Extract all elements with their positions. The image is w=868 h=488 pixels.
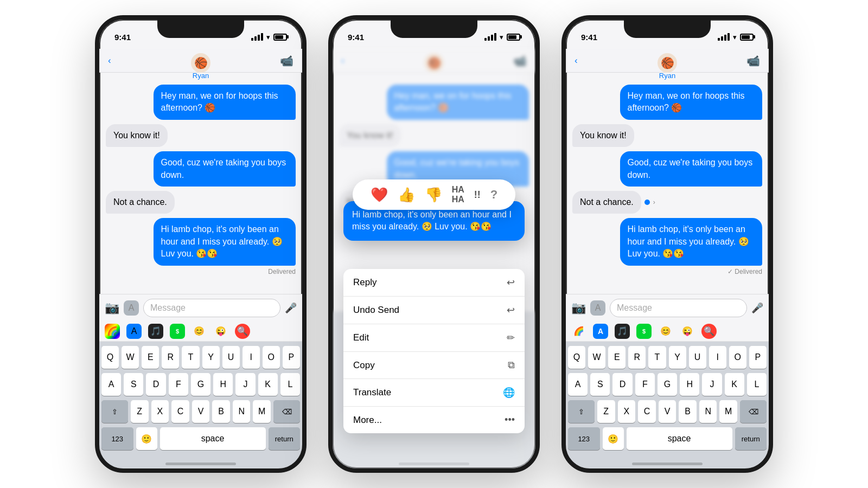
key-r-r[interactable]: R: [628, 346, 646, 369]
key-u[interactable]: U: [222, 346, 240, 369]
reaction-question[interactable]: ?: [490, 188, 497, 202]
reaction-bar[interactable]: ❤️ 👍 👎 HAHA !! ?: [353, 179, 515, 210]
key-k[interactable]: K: [258, 373, 278, 396]
apps-icon-left[interactable]: A: [124, 300, 139, 316]
key-l-r[interactable]: L: [747, 373, 767, 396]
key-b[interactable]: B: [212, 400, 230, 423]
search-apps-right[interactable]: 🔍: [701, 324, 717, 339]
key-m-r[interactable]: M: [719, 400, 737, 423]
voice-app-right[interactable]: 🎵: [615, 324, 630, 339]
key-e[interactable]: E: [142, 346, 159, 369]
key-e-r[interactable]: E: [608, 346, 626, 369]
key-delete[interactable]: ⌫: [273, 400, 300, 423]
key-g-r[interactable]: G: [658, 373, 677, 396]
key-space-right[interactable]: space: [627, 427, 732, 450]
reaction-exclaim[interactable]: !!: [474, 189, 481, 201]
key-p-r[interactable]: P: [749, 346, 767, 369]
camera-icon-right[interactable]: 📷: [571, 301, 586, 315]
mic-icon-left[interactable]: 🎤: [285, 302, 297, 314]
key-f-r[interactable]: F: [635, 373, 655, 396]
key-a-r[interactable]: A: [568, 373, 588, 396]
search-apps[interactable]: 🔍: [235, 324, 250, 339]
key-emoji-right[interactable]: 🙂: [603, 427, 624, 450]
photos-app[interactable]: 🌈: [105, 324, 120, 339]
key-u-r[interactable]: U: [689, 346, 706, 369]
key-emoji-left[interactable]: 🙂: [136, 427, 157, 450]
cash-app-right[interactable]: $: [636, 324, 652, 339]
key-n[interactable]: N: [233, 400, 251, 423]
key-o-r[interactable]: O: [729, 346, 746, 369]
key-c-r[interactable]: C: [638, 400, 656, 423]
key-space-left[interactable]: space: [160, 427, 266, 450]
context-edit[interactable]: Edit ✏: [343, 324, 525, 352]
key-w[interactable]: W: [122, 346, 139, 369]
key-y[interactable]: Y: [202, 346, 220, 369]
key-j[interactable]: J: [235, 373, 255, 396]
back-button-right[interactable]: ‹: [575, 55, 578, 66]
video-button-left[interactable]: 📹: [280, 54, 293, 67]
key-t-r[interactable]: T: [648, 346, 666, 369]
context-copy[interactable]: Copy ⧉: [343, 352, 525, 379]
memoji2-app-right[interactable]: 😜: [680, 324, 695, 339]
key-j-r[interactable]: J: [702, 373, 722, 396]
key-v-r[interactable]: V: [659, 400, 676, 423]
camera-icon-left[interactable]: 📷: [105, 301, 119, 315]
message-input-right[interactable]: Message: [610, 299, 747, 317]
memoji2-app[interactable]: 😜: [213, 324, 228, 339]
key-h-r[interactable]: H: [680, 373, 699, 396]
contact-name-right[interactable]: Ryan: [659, 72, 675, 80]
key-l[interactable]: L: [280, 373, 300, 396]
key-delete-r[interactable]: ⌫: [740, 400, 767, 423]
key-q[interactable]: Q: [101, 346, 119, 369]
key-f[interactable]: F: [169, 373, 188, 396]
reaction-haha[interactable]: HAHA: [452, 185, 464, 204]
contact-name-left[interactable]: Ryan: [193, 72, 209, 80]
key-w-r[interactable]: W: [588, 346, 605, 369]
appstore-app[interactable]: A: [126, 324, 142, 339]
key-s-r[interactable]: S: [590, 373, 610, 396]
context-translate[interactable]: Translate 🌐: [343, 379, 525, 407]
key-g[interactable]: G: [191, 373, 210, 396]
key-b-r[interactable]: B: [679, 400, 697, 423]
back-button-left[interactable]: ‹: [108, 55, 111, 66]
reaction-heart[interactable]: ❤️: [371, 187, 388, 203]
key-t[interactable]: T: [182, 346, 199, 369]
key-o[interactable]: O: [263, 346, 280, 369]
key-x[interactable]: X: [151, 400, 169, 423]
key-m[interactable]: M: [253, 400, 271, 423]
key-return-left[interactable]: return: [269, 427, 301, 450]
key-shift[interactable]: ⇧: [101, 400, 128, 423]
memoji-app-right[interactable]: 😊: [658, 324, 673, 339]
key-h[interactable]: H: [213, 373, 233, 396]
voice-app[interactable]: 🎵: [148, 324, 163, 339]
context-undo-send[interactable]: Undo Send ↩: [343, 297, 525, 324]
key-q-r[interactable]: Q: [568, 346, 585, 369]
memoji-app[interactable]: 😊: [192, 324, 207, 339]
appstore-app-right[interactable]: A: [593, 324, 608, 339]
reaction-thumbs-down[interactable]: 👎: [425, 187, 442, 203]
key-c[interactable]: C: [171, 400, 189, 423]
key-p[interactable]: P: [283, 346, 300, 369]
key-return-right[interactable]: return: [735, 427, 767, 450]
mic-icon-right[interactable]: 🎤: [751, 302, 763, 314]
key-r[interactable]: R: [162, 346, 179, 369]
key-y-r[interactable]: Y: [669, 346, 686, 369]
video-button-right[interactable]: 📹: [746, 54, 760, 67]
cash-app[interactable]: $: [170, 324, 185, 339]
key-123-right[interactable]: 123: [568, 427, 600, 450]
key-i-r[interactable]: I: [709, 346, 726, 369]
key-v[interactable]: V: [192, 400, 210, 423]
key-123-left[interactable]: 123: [101, 427, 133, 450]
key-x-r[interactable]: X: [618, 400, 636, 423]
key-d[interactable]: D: [146, 373, 165, 396]
reaction-thumbs-up[interactable]: 👍: [398, 187, 415, 203]
key-a[interactable]: A: [101, 373, 121, 396]
photos-app-right[interactable]: 🌈: [571, 324, 586, 339]
context-more[interactable]: More... •••: [343, 407, 525, 433]
key-s[interactable]: S: [124, 373, 143, 396]
key-d-r[interactable]: D: [612, 373, 632, 396]
key-shift-r[interactable]: ⇧: [568, 400, 595, 423]
key-k-r[interactable]: K: [725, 373, 744, 396]
apps-icon-right[interactable]: A: [590, 300, 605, 316]
key-n-r[interactable]: N: [699, 400, 717, 423]
